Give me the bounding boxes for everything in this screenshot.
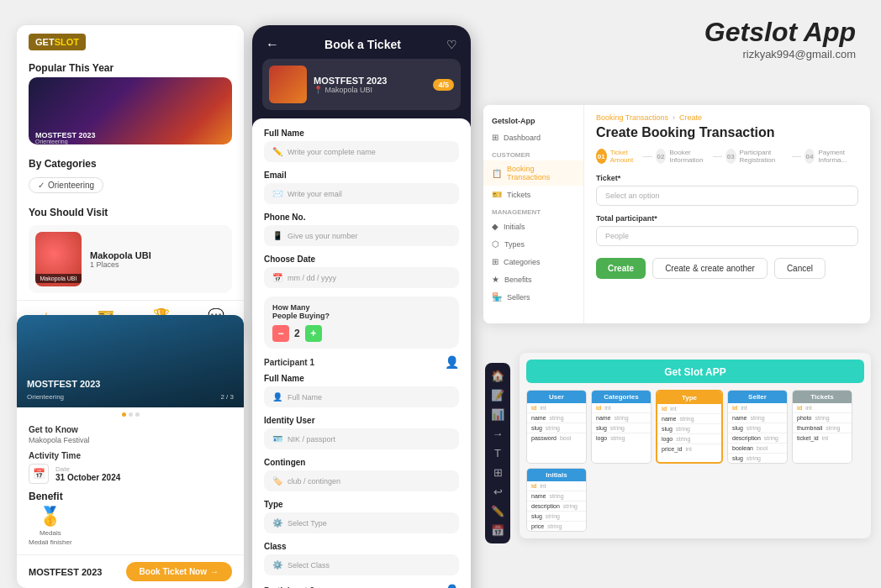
- dot-2: [129, 412, 133, 417]
- p1-type-group: Type ⚙️ Select Type: [264, 500, 459, 533]
- cat-row-name: namestring: [592, 413, 651, 423]
- benefit-label: Benefit: [29, 491, 232, 502]
- booking-app-name: Getslot-App: [483, 112, 583, 129]
- email-input[interactable]: ✉️ Write your email: [264, 183, 459, 204]
- back-button[interactable]: ←: [266, 37, 279, 52]
- mobile-sidebar-icon-1[interactable]: 🏠: [491, 370, 504, 382]
- step-divider-2: [713, 156, 722, 157]
- how-many-section: How Many People Buying? − 2 +: [264, 297, 459, 349]
- sidebar-sellers[interactable]: 🏪 Sellers: [483, 288, 583, 306]
- customer-section-label: Customer: [483, 146, 583, 160]
- mobile-sidebar-icon-4[interactable]: →: [493, 428, 504, 440]
- initials-row-name: namestring: [527, 491, 586, 501]
- p1-identity-input[interactable]: 🪪 NIK / passport: [264, 428, 459, 449]
- event-banner[interactable]: MOSTFEST 2023 Orienteering: [29, 77, 232, 144]
- visit-info: Makopola UBI 1 Places: [90, 250, 151, 269]
- step3-num: 03: [725, 149, 736, 164]
- calendar-icon: 📅: [272, 273, 282, 282]
- email-group: Email ✉️ Write your email: [264, 171, 459, 204]
- book-now-label: Book Ticket Now: [140, 567, 207, 576]
- participant2-section: Participant 2 👤 Full Name 👤 Full Name Id…: [264, 584, 459, 588]
- step3-label: Participant Registration: [740, 149, 789, 164]
- p1-fullname-label: Full Name: [264, 374, 459, 383]
- full-name-input[interactable]: ✏️ Write your complete name: [264, 141, 459, 162]
- event-detail-name: MOSTFEST 2023: [27, 379, 100, 389]
- p1-type-placeholder: Select Type: [288, 519, 327, 528]
- initials-row-id: idint: [527, 481, 586, 491]
- p1-class-icon: ⚙️: [272, 560, 282, 570]
- create-another-button[interactable]: Create & create another: [652, 258, 768, 279]
- sidebar-benefits[interactable]: ★ Benefits: [483, 270, 583, 288]
- ticket-select[interactable]: Select an option: [596, 186, 858, 206]
- book-now-button[interactable]: Book Ticket Now →: [126, 562, 232, 581]
- sidebar-dashboard[interactable]: ⊞ Dashboard: [483, 129, 583, 146]
- p1-identity-group: Identity User 🪪 NIK / passport: [264, 416, 459, 449]
- table-initials: Initials idint namestring descriptionstr…: [526, 468, 587, 532]
- p1-contingen-input[interactable]: 🏷️ club / contingen: [264, 470, 459, 491]
- dot-3: [135, 412, 140, 417]
- input-icon: ✏️: [272, 147, 282, 156]
- mobile-sidebar-icon-3[interactable]: 📊: [491, 408, 504, 421]
- cat-row-logo: logostring: [592, 433, 651, 443]
- counter-minus[interactable]: −: [272, 325, 289, 342]
- phone-icon: 📱: [272, 231, 282, 240]
- table-tickets: Tickets idint photostring thumbnailstrin…: [792, 390, 852, 464]
- book-title: Book a Ticket: [324, 38, 401, 51]
- p1-type-label: Type: [264, 500, 459, 509]
- event-detail-body: Get to Know Makopola Festival Activity T…: [17, 420, 244, 554]
- user-row-id: idint: [527, 403, 586, 413]
- book-rating: 4/5: [433, 79, 454, 91]
- create-button[interactable]: Create: [596, 258, 646, 279]
- date-input[interactable]: 📅 mm / dd / yyyy: [264, 267, 459, 288]
- type-row-logo: logostring: [657, 434, 721, 444]
- table-type: Type idint namestring slugstring logostr…: [656, 390, 723, 464]
- phone-label: Phone No.: [264, 213, 459, 222]
- sidebar-booking-transactions[interactable]: 📋 Booking Transactions: [483, 160, 583, 186]
- table-user: User idint namestring slugstring passwor…: [526, 390, 587, 464]
- cancel-button[interactable]: Cancel: [774, 258, 826, 279]
- participant1-section: Participant 1 👤 Full Name 👤 Full Name Id…: [264, 355, 459, 575]
- sidebar-tickets[interactable]: 🎫 Tickets: [483, 186, 583, 203]
- user-row-name: namestring: [527, 413, 586, 423]
- visit-section: Makopola UBI Makopola UBI 1 Places: [17, 222, 244, 300]
- mobile-sidebar-icon-7[interactable]: ↩: [493, 486, 503, 498]
- mobile-sidebar-icon-2[interactable]: 📝: [491, 389, 504, 402]
- user-table-header: User: [527, 391, 586, 403]
- p1-identity-placeholder: NIK / passport: [288, 435, 335, 444]
- heart-icon[interactable]: ♡: [446, 38, 457, 51]
- p1-type-input[interactable]: ⚙️ Select Type: [264, 512, 459, 533]
- sellers-icon: 🏪: [492, 292, 502, 302]
- sidebar-categories[interactable]: ⊞ Categories: [483, 253, 583, 270]
- counter-plus[interactable]: +: [305, 325, 322, 342]
- visit-name: Makopola UBI: [90, 250, 151, 260]
- visit-card[interactable]: Makopola UBI Makopola UBI 1 Places: [29, 225, 232, 293]
- check-icon: ✓: [38, 181, 45, 190]
- participant2-icon: 👤: [445, 584, 459, 588]
- total-participant-input[interactable]: People: [596, 226, 858, 246]
- mobile-sidebar-icon-9[interactable]: 📅: [491, 524, 504, 537]
- category-badge[interactable]: ✓ Orienteering: [29, 177, 103, 193]
- dashboard-icon: ⊞: [492, 133, 499, 142]
- breadcrumb-create: Create: [679, 113, 702, 122]
- phone-input[interactable]: 📱 Give us your number: [264, 225, 459, 246]
- sidebar-types[interactable]: ⬡ Types: [483, 235, 583, 253]
- step4-num: 04: [805, 149, 815, 164]
- p1-fullname-placeholder: Full Name: [288, 393, 322, 402]
- initials-row-slug: slugstring: [527, 512, 586, 522]
- seller-row-name: namestring: [728, 413, 787, 423]
- p1-contingen-icon: 🏷️: [272, 476, 282, 486]
- p1-fullname-input[interactable]: 👤 Full Name: [264, 386, 459, 407]
- mobile-sidebar-icon-5[interactable]: T: [494, 447, 501, 459]
- action-row: Create Create & create another Cancel: [596, 258, 858, 279]
- event-detail-sub: Orienteering: [27, 393, 64, 401]
- mobile-sidebar-icon-8[interactable]: ✏️: [491, 505, 504, 517]
- medal-icon: 🥇: [39, 506, 61, 528]
- p1-contingen-label: Contingen: [264, 458, 459, 467]
- p1-class-input[interactable]: ⚙️ Select Class: [264, 554, 459, 575]
- book-event-card: MOSTFEST 2023 📍 Makopola UBI 4/5: [262, 59, 461, 110]
- sidebar-initials[interactable]: ◆ Initials: [483, 218, 583, 235]
- activity-section: Activity Time 📅 Date 31 October 2024: [29, 451, 232, 484]
- app-header: Getslot App rizkyak994@gmail.com: [704, 17, 856, 60]
- how-many-title: How Many People Buying?: [272, 303, 451, 320]
- mobile-sidebar-icon-6[interactable]: ⊞: [493, 466, 503, 479]
